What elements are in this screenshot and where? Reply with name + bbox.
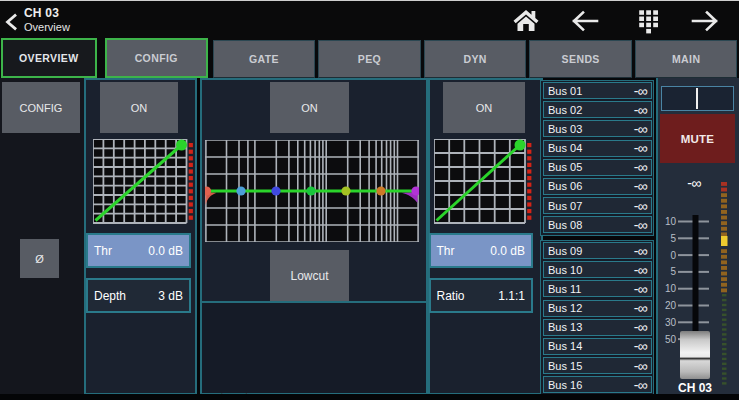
svg-text:30: 30 xyxy=(665,317,677,328)
svg-text:50: 50 xyxy=(665,334,677,345)
svg-text:5: 5 xyxy=(670,233,676,244)
svg-text:10: 10 xyxy=(665,283,677,294)
svg-text:5: 5 xyxy=(670,266,676,277)
svg-text:20: 20 xyxy=(665,300,677,311)
svg-text:0: 0 xyxy=(670,250,676,261)
svg-text:10: 10 xyxy=(665,216,677,227)
